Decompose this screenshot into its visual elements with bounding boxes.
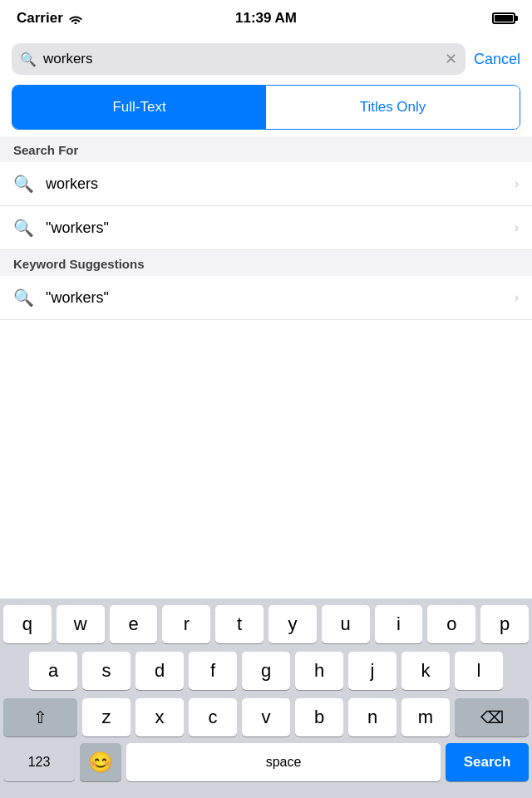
key-x[interactable]: x xyxy=(135,698,184,736)
key-p[interactable]: p xyxy=(480,605,529,643)
search-bar: 🔍 ✕ Cancel xyxy=(0,37,532,81)
key-v[interactable]: v xyxy=(242,698,290,736)
carrier-label: Carrier xyxy=(17,10,63,27)
key-a[interactable]: a xyxy=(29,652,77,690)
key-s[interactable]: s xyxy=(82,652,131,690)
search-for-header: Search For xyxy=(0,136,532,162)
key-u[interactable]: u xyxy=(322,605,370,643)
key-e[interactable]: e xyxy=(110,605,158,643)
shift-key[interactable]: ⇧ xyxy=(3,698,77,736)
search-input-wrapper: 🔍 ✕ xyxy=(12,43,466,75)
key-j[interactable]: j xyxy=(348,652,397,690)
space-key[interactable]: space xyxy=(126,743,441,781)
keyboard-row-3: ⇧ z x c v b n m ⌫ xyxy=(3,698,529,736)
key-n[interactable]: n xyxy=(348,698,397,736)
search-icon: 🔍 xyxy=(20,52,37,67)
key-l[interactable]: l xyxy=(455,652,503,690)
chevron-icon-3: › xyxy=(515,290,519,305)
search-result-icon-2: 🔍 xyxy=(13,218,34,238)
key-z[interactable]: z xyxy=(82,698,131,736)
key-q[interactable]: q xyxy=(3,605,52,643)
key-f[interactable]: f xyxy=(189,652,237,690)
keyword-suggestion-workers[interactable]: 🔍 "workers" › xyxy=(0,276,532,320)
search-key[interactable]: Search xyxy=(446,743,529,781)
key-t[interactable]: t xyxy=(215,605,264,643)
numbers-label: 123 xyxy=(28,755,51,770)
cancel-button[interactable]: Cancel xyxy=(474,51,520,68)
emoji-icon: 😊 xyxy=(88,751,113,774)
keyboard-rows: q w e r t y u i o p a s d f g h j k l ⇧ … xyxy=(0,598,532,740)
keyword-suggestions-header: Keyword Suggestions xyxy=(0,250,532,276)
carrier-wifi: Carrier xyxy=(17,10,83,27)
search-result-icon-1: 🔍 xyxy=(13,174,34,194)
segmented-control: Full-Text Titles Only xyxy=(12,85,520,130)
key-y[interactable]: y xyxy=(268,605,317,643)
search-result-icon-3: 🔍 xyxy=(13,288,34,308)
battery-icon xyxy=(492,12,515,24)
chevron-icon-1: › xyxy=(515,176,519,191)
full-text-tab[interactable]: Full-Text xyxy=(12,86,266,129)
delete-key[interactable]: ⌫ xyxy=(455,698,529,736)
emoji-key[interactable]: 😊 xyxy=(80,743,121,781)
keyboard: q w e r t y u i o p a s d f g h j k l ⇧ … xyxy=(0,598,532,798)
clear-button[interactable]: ✕ xyxy=(445,50,457,68)
key-h[interactable]: h xyxy=(295,652,343,690)
keyboard-row-2: a s d f g h j k l xyxy=(3,652,529,690)
key-c[interactable]: c xyxy=(189,698,237,736)
search-key-label: Search xyxy=(464,754,511,771)
search-result-text-1: workers xyxy=(46,175,515,193)
search-result-workers-quoted[interactable]: 🔍 "workers" › xyxy=(0,206,532,250)
keyboard-bottom-row: 123 😊 space Search xyxy=(0,740,532,798)
key-b[interactable]: b xyxy=(295,698,343,736)
search-input[interactable] xyxy=(43,51,438,67)
space-label: space xyxy=(266,755,302,770)
battery-indicator xyxy=(492,12,515,24)
key-o[interactable]: o xyxy=(427,605,475,643)
key-r[interactable]: r xyxy=(162,605,210,643)
key-k[interactable]: k xyxy=(401,652,450,690)
chevron-icon-2: › xyxy=(515,220,519,235)
key-w[interactable]: w xyxy=(57,605,105,643)
key-m[interactable]: m xyxy=(401,698,450,736)
key-d[interactable]: d xyxy=(135,652,184,690)
search-result-workers[interactable]: 🔍 workers › xyxy=(0,162,532,206)
status-time: 11:39 AM xyxy=(235,10,297,27)
key-g[interactable]: g xyxy=(242,652,290,690)
wifi-icon xyxy=(68,12,83,24)
titles-only-tab[interactable]: Titles Only xyxy=(266,86,520,129)
numbers-key[interactable]: 123 xyxy=(3,743,75,781)
search-result-text-3: "workers" xyxy=(46,289,515,307)
search-result-text-2: "workers" xyxy=(46,219,515,237)
keyboard-row-1: q w e r t y u i o p xyxy=(3,605,529,643)
status-bar: Carrier 11:39 AM xyxy=(0,0,532,37)
key-i[interactable]: i xyxy=(375,605,423,643)
